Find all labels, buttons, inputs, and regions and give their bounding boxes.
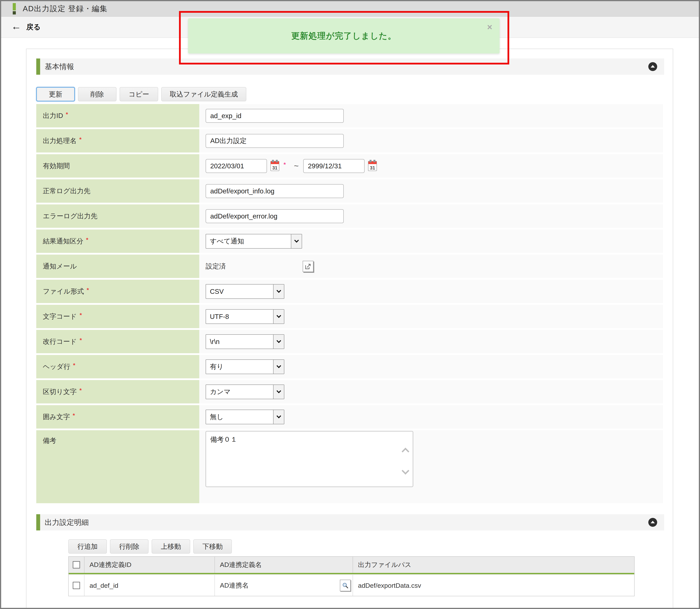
error-log-input[interactable]	[205, 209, 344, 223]
field-label: ファイル形式	[43, 287, 84, 296]
newline-code-select[interactable]: \r\n	[205, 334, 284, 349]
chevron-down-icon	[273, 335, 284, 349]
section-accent-bar	[36, 514, 40, 530]
field-label: 正常ログ出力先	[43, 187, 90, 195]
close-icon[interactable]: ×	[487, 22, 492, 32]
form-row-newline-code: 改行コード* \r\n	[36, 330, 663, 353]
field-label: 改行コード	[43, 337, 77, 346]
field-label: 備考	[43, 436, 56, 445]
collapse-icon[interactable]	[648, 518, 657, 527]
required-mark: *	[80, 312, 82, 318]
required-mark: *	[79, 387, 82, 394]
cell-ad-def-name: AD連携名	[220, 581, 249, 590]
form-row-enclosure: 囲み文字* 無し	[36, 405, 663, 429]
chevron-down-icon	[273, 385, 284, 399]
generate-import-def-button[interactable]: 取込ファイル定義生成	[161, 87, 246, 101]
row-checkbox[interactable]	[73, 582, 80, 589]
basic-info-section-title: 基本情報	[45, 62, 74, 72]
field-label: 結果通知区分	[43, 237, 83, 246]
form-row-header-row: ヘッダ行* 有り	[36, 355, 663, 378]
field-label: 囲み文字	[43, 412, 70, 421]
char-code-select[interactable]: UTF-8	[205, 309, 284, 324]
form-row-error-log: エラーログ出力先	[36, 204, 663, 228]
chevron-down-icon	[273, 410, 284, 424]
form-row-char-code: 文字コード* UTF-8	[36, 305, 663, 328]
back-button-label: 戻る	[26, 22, 41, 32]
field-label: 文字コード	[43, 312, 77, 321]
basic-info-section-header: 基本情報	[36, 58, 664, 75]
chevron-down-icon	[273, 360, 284, 374]
required-mark: *	[284, 161, 286, 168]
detail-section-header: 出力設定明細	[36, 514, 664, 530]
popup-window-icon[interactable]	[303, 261, 313, 272]
range-separator: ~	[294, 161, 299, 171]
required-mark: *	[87, 286, 89, 293]
form-row-remarks: 備考 備考０１	[36, 430, 663, 503]
field-label: 出力処理名	[43, 136, 76, 145]
remarks-textarea[interactable]: 備考０１	[205, 431, 413, 487]
notify-type-select[interactable]: すべて通知	[205, 234, 302, 249]
output-id-input[interactable]	[205, 109, 344, 123]
app-window: AD出力設定 登録・編集 ← 戻る 基本情報 更新 削除 コピー 取込ファイル定…	[0, 0, 700, 609]
chevron-down-icon	[273, 310, 284, 324]
file-format-select[interactable]: CSV	[205, 284, 284, 299]
delete-button[interactable]: 削除	[78, 87, 116, 101]
calendar-icon[interactable]: 31	[368, 161, 377, 171]
output-name-input[interactable]	[205, 134, 344, 148]
column-header-ad-def-name: AD連携定義名	[215, 557, 353, 573]
required-mark: *	[66, 111, 68, 118]
move-down-button[interactable]: 下移動	[193, 539, 232, 554]
notify-mail-status: 設定済	[205, 262, 226, 271]
valid-from-input[interactable]	[205, 159, 267, 173]
form-row-delimiter: 区切り文字* カンマ	[36, 380, 663, 403]
delete-row-button[interactable]: 行削除	[110, 539, 148, 554]
main-panel: 基本情報 更新 削除 コピー 取込ファイル定義生成 出力ID* 出力処理名*	[26, 49, 673, 608]
form-row-notify-type: 結果通知区分* すべて通知	[36, 229, 663, 253]
page-title: AD出力設定 登録・編集	[23, 3, 108, 14]
search-icon[interactable]	[340, 580, 351, 591]
field-label: 出力ID	[43, 111, 63, 120]
form-row-output-id: 出力ID*	[36, 104, 663, 127]
delimiter-select[interactable]: カンマ	[205, 384, 284, 399]
detail-body: 行追加 行削除 上移動 下移動 AD連携定義ID AD連携定義名 出力ファイルパ…	[68, 539, 673, 596]
field-label: 通知メール	[43, 262, 77, 271]
enclosure-select[interactable]: 無し	[205, 410, 284, 424]
form-row-valid-period: 有効期間 31 * ~ 31	[36, 154, 663, 178]
back-button[interactable]: ← 戻る	[11, 22, 41, 32]
calendar-icon[interactable]: 31	[270, 161, 279, 171]
required-mark: *	[73, 362, 75, 368]
chevron-down-icon	[291, 234, 302, 248]
required-mark: *	[80, 337, 82, 343]
basic-toolbar: 更新 削除 コピー 取込ファイル定義生成	[36, 87, 673, 101]
form-row-file-format: ファイル形式* CSV	[36, 280, 663, 303]
required-mark: *	[79, 136, 82, 143]
section-accent-bar	[36, 58, 40, 75]
move-up-button[interactable]: 上移動	[151, 539, 190, 554]
info-log-input[interactable]	[205, 184, 344, 198]
column-header-output-path: 出力ファイルパス	[353, 557, 634, 573]
form-row-info-log: 正常ログ出力先	[36, 179, 663, 203]
detail-toolbar: 行追加 行削除 上移動 下移動	[68, 539, 673, 554]
field-label: ヘッダ行	[43, 362, 70, 371]
form-row-output-name: 出力処理名*	[36, 129, 663, 153]
collapse-icon[interactable]	[648, 62, 657, 71]
valid-to-input[interactable]	[303, 159, 364, 173]
copy-button[interactable]: コピー	[120, 87, 158, 101]
table-row: ad_def_id AD連携名 adDef/exportData.csv	[69, 575, 634, 596]
detail-section-title: 出力設定明細	[45, 518, 89, 527]
select-all-checkbox[interactable]	[73, 561, 80, 569]
add-row-button[interactable]: 行追加	[68, 539, 107, 554]
update-button[interactable]: 更新	[36, 87, 75, 101]
required-mark: *	[73, 412, 75, 419]
back-arrow-icon: ←	[11, 21, 21, 31]
success-message: 更新処理が完了しました。	[291, 30, 396, 41]
table-header-row: AD連携定義ID AD連携定義名 出力ファイルパス	[69, 557, 634, 573]
field-label: 区切り文字	[43, 387, 77, 396]
header-row-select[interactable]: 有り	[205, 360, 284, 374]
page-title-icon	[13, 3, 16, 15]
table-header-divider	[69, 573, 634, 575]
cell-ad-def-id: ad_def_id	[85, 575, 215, 596]
detail-table: AD連携定義ID AD連携定義名 出力ファイルパス ad_def_id AD連携…	[68, 556, 634, 596]
field-label: エラーログ出力先	[43, 212, 97, 221]
chevron-down-icon	[273, 284, 284, 298]
